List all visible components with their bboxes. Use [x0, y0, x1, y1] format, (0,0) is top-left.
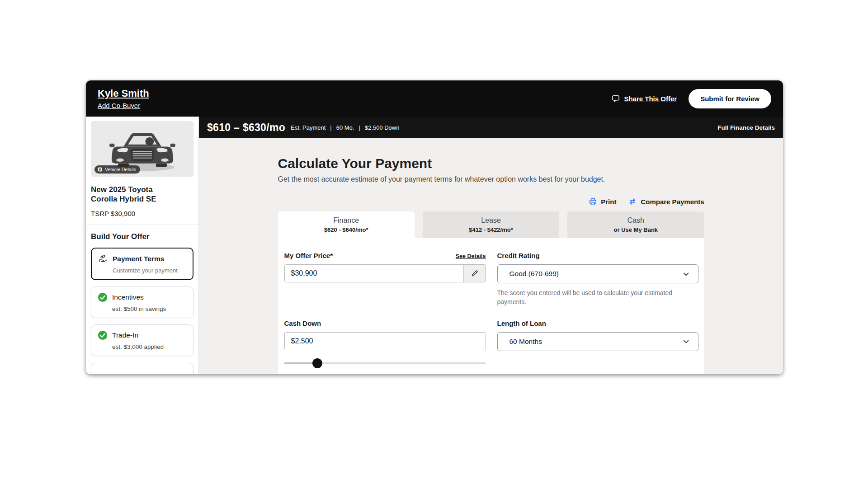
cash-down-label: Cash Down	[284, 319, 321, 327]
main-area: $610 – $630/mo Est. Payment | 60 Mo. | $…	[199, 117, 783, 374]
buyer-block: Kyle Smith Add Co-Buyer	[98, 88, 149, 109]
est-payment-label: Est. Payment	[291, 124, 326, 131]
vehicle-title: New 2025 Toyota Corolla Hybrid SE	[91, 185, 193, 204]
share-this-offer-button[interactable]: Share This Offer	[611, 94, 677, 103]
sidebar-item-trade-in[interactable]: Trade-In est. $3,000 applied	[91, 324, 193, 356]
full-finance-details-link[interactable]: Full Finance Details	[717, 124, 775, 131]
chevron-down-icon	[682, 338, 690, 345]
offer-price-label: My Offer Price*	[284, 252, 333, 259]
printer-icon	[589, 197, 597, 206]
print-label: Print	[601, 198, 616, 206]
list-icon	[97, 167, 103, 172]
add-co-buyer-link[interactable]: Add Co-Buyer	[98, 102, 149, 109]
tab-cash[interactable]: Cash or Use My Bank	[567, 211, 704, 238]
cash-down-field: Cash Down	[284, 319, 486, 368]
print-button[interactable]: Print	[589, 197, 616, 206]
vehicle-image: Vehicle Details	[91, 121, 193, 177]
main-content: Calculate Your Payment Get the most accu…	[199, 138, 783, 374]
offer-price-input[interactable]	[285, 265, 463, 282]
down-label: $2,500 Down	[365, 124, 400, 131]
page-title: Calculate Your Payment	[278, 156, 704, 171]
loan-length-label: Length of Loan	[497, 319, 546, 327]
credit-rating-select[interactable]: Good (670-699)	[497, 264, 698, 283]
cash-down-slider-thumb[interactable]	[312, 358, 322, 368]
sidebar: Vehicle Details New 2025 Toyota Corolla …	[86, 117, 199, 374]
pencil-icon	[471, 269, 479, 277]
payment-meta: Est. Payment | 60 Mo. | $2,500 Down	[291, 124, 399, 131]
share-this-offer-label: Share This Offer	[624, 95, 677, 103]
sidebar-item-label: Incentives	[112, 293, 144, 301]
finance-tab-panel: My Offer Price* See Details	[278, 238, 704, 374]
sidebar-item-subtitle: est. $3,000 applied	[112, 343, 187, 350]
vehicle-details-badge[interactable]: Vehicle Details	[94, 165, 140, 174]
sidebar-item-incentives[interactable]: Incentives est. $500 in savings	[91, 286, 193, 318]
vehicle-badge-label: Vehicle Details	[105, 167, 136, 172]
sidebar-item-subtitle: est. $500 in savings	[112, 305, 187, 312]
compare-arrows-icon	[628, 197, 637, 206]
cash-down-slider[interactable]	[284, 358, 486, 368]
payment-summary-bar: $610 – $630/mo Est. Payment | 60 Mo. | $…	[199, 117, 783, 138]
tab-lease[interactable]: Lease $412 - $422/mo*	[423, 211, 559, 238]
payment-range: $610 – $630/mo	[207, 122, 285, 134]
sidebar-item-payment-terms[interactable]: Payment Terms Customize your payment	[91, 248, 193, 280]
build-your-offer-heading: Build Your Offer	[91, 232, 193, 241]
deal-builder-window: Kyle Smith Add Co-Buyer Share This Offer…	[86, 80, 783, 374]
sidebar-divider	[86, 225, 198, 225]
credit-rating-helper: The score you entered will be used to ca…	[497, 288, 687, 307]
term-label: 60 Mo.	[336, 124, 354, 131]
edit-offer-price-button[interactable]	[463, 265, 486, 282]
sidebar-item-label: Payment Terms	[113, 255, 164, 263]
sidebar-item-partial[interactable]	[91, 363, 193, 374]
loan-length-select[interactable]: 60 Months	[497, 332, 698, 351]
tsrp-price: TSRP $30,900	[91, 210, 193, 217]
credit-rating-field: Credit Rating Good (670-699)	[497, 252, 698, 307]
loan-length-field: Length of Loan 60 Months	[497, 319, 698, 368]
chat-bubble-icon	[611, 94, 620, 103]
actions-row: Print Compare Payments	[278, 197, 704, 206]
page-subtitle: Get the most accurate estimate of your p…	[278, 175, 704, 183]
tab-finance[interactable]: Finance $620 - $640/mo*	[278, 211, 415, 238]
header-actions: Share This Offer Submit for Review	[611, 89, 771, 108]
chevron-down-icon	[682, 270, 690, 278]
offer-price-field: My Offer Price* See Details	[284, 252, 486, 307]
check-circle-icon	[98, 330, 108, 340]
payment-tabs: Finance $620 - $640/mo* Lease $412 - $42…	[278, 211, 704, 238]
sidebar-item-subtitle: Customize your payment	[113, 267, 186, 274]
compare-payments-button[interactable]: Compare Payments	[628, 197, 704, 206]
buyer-name-link[interactable]: Kyle Smith	[98, 88, 149, 99]
hand-money-icon	[98, 254, 108, 264]
sidebar-item-label: Trade-In	[112, 331, 138, 339]
compare-payments-label: Compare Payments	[641, 198, 704, 206]
see-details-link[interactable]: See Details	[456, 253, 486, 259]
top-header: Kyle Smith Add Co-Buyer Share This Offer…	[86, 80, 783, 117]
check-circle-icon	[98, 292, 108, 302]
cash-down-input[interactable]	[285, 333, 486, 350]
submit-for-review-button[interactable]: Submit for Review	[689, 89, 771, 108]
credit-rating-label: Credit Rating	[497, 252, 540, 259]
